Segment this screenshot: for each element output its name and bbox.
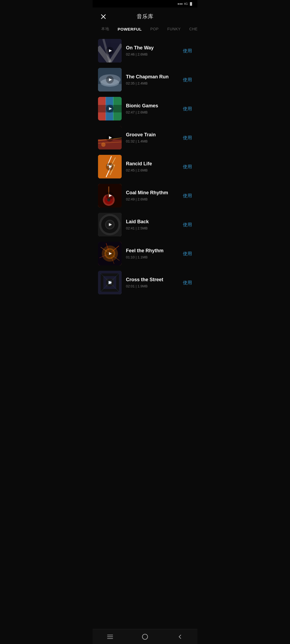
play-icon — [106, 104, 114, 113]
track-meta: 02:41 | 2.5MB — [126, 226, 179, 230]
page-title: 音乐库 — [137, 13, 154, 20]
use-button[interactable]: 使用 — [183, 192, 192, 200]
nav-home-button[interactable] — [137, 631, 153, 642]
track-info: Bionic Games 02:47 | 2.6MB — [126, 103, 179, 114]
music-item[interactable]: Groove Train 01:32 | 1.4MB 使用 — [93, 123, 197, 152]
track-thumbnail — [98, 126, 122, 149]
music-item[interactable]: Feel the Rhythm 01:10 | 1.1MB 使用 — [93, 239, 197, 268]
tab-cheer[interactable]: CHEER — [185, 25, 197, 33]
track-meta: 02:49 | 2.6MB — [126, 197, 179, 201]
track-info: Groove Train 01:32 | 1.4MB — [126, 132, 179, 143]
tab-funky[interactable]: FUNKY — [163, 25, 185, 33]
nav-menu-button[interactable] — [102, 631, 118, 642]
tab-powerful[interactable]: POWERFUL — [113, 25, 146, 33]
use-button[interactable]: 使用 — [183, 47, 192, 55]
track-thumbnail — [98, 213, 122, 236]
track-thumbnail — [98, 184, 122, 207]
play-icon — [106, 191, 114, 200]
track-title: Groove Train — [126, 132, 179, 138]
tabs-row: 本地 POWERFUL POP FUNKY CHEER — [93, 23, 197, 36]
play-icon — [106, 249, 114, 258]
track-info: Laid Back 02:41 | 2.5MB — [126, 219, 179, 230]
track-meta: 02:35 | 2.4MB — [126, 81, 179, 85]
track-title: The Chapman Run — [126, 74, 179, 80]
status-icons: ●●● 4G ▐▌ — [177, 2, 193, 5]
track-info: Cross the Street 02:01 | 1.9MB — [126, 277, 179, 288]
music-list: On The Way 02:46 | 2.6MB 使用 The Chapman … — [93, 36, 197, 316]
use-button[interactable]: 使用 — [183, 221, 192, 229]
track-thumbnail — [98, 271, 122, 294]
music-item[interactable]: On The Way 02:46 | 2.6MB 使用 — [93, 36, 197, 65]
use-button[interactable]: 使用 — [183, 250, 192, 258]
play-icon — [106, 46, 114, 55]
track-info: Rancid Life 02:45 | 2.6MB — [126, 161, 179, 172]
track-info: The Chapman Run 02:35 | 2.4MB — [126, 74, 179, 85]
track-thumbnail — [98, 242, 122, 265]
track-meta: 02:01 | 1.9MB — [126, 284, 179, 288]
track-thumbnail — [98, 39, 122, 63]
use-button[interactable]: 使用 — [183, 163, 192, 171]
use-button[interactable]: 使用 — [183, 105, 192, 113]
music-item[interactable]: The Chapman Run 02:35 | 2.4MB 使用 — [93, 65, 197, 94]
music-item[interactable]: Cross the Street 02:01 | 1.9MB 使用 — [93, 268, 197, 297]
track-info: Coal Mine Rhythm 02:49 | 2.6MB — [126, 190, 179, 201]
track-title: Feel the Rhythm — [126, 248, 179, 254]
track-meta: 02:47 | 2.6MB — [126, 110, 179, 114]
track-title: Laid Back — [126, 219, 179, 225]
use-button[interactable]: 使用 — [183, 134, 192, 142]
track-thumbnail — [98, 155, 122, 178]
track-title: Bionic Games — [126, 103, 179, 109]
track-title: Cross the Street — [126, 277, 179, 283]
use-button[interactable]: 使用 — [183, 279, 192, 287]
close-button[interactable] — [99, 12, 108, 21]
nav-back-button[interactable] — [172, 631, 188, 642]
track-info: Feel the Rhythm 01:10 | 1.1MB — [126, 248, 179, 259]
play-icon — [106, 278, 114, 287]
music-item[interactable]: Laid Back 02:41 | 2.5MB 使用 — [93, 210, 197, 239]
header: 音乐库 — [93, 8, 197, 23]
svg-point-73 — [142, 634, 148, 639]
status-bar: ●●● 4G ▐▌ — [93, 0, 197, 8]
tab-local[interactable]: 本地 — [97, 25, 113, 33]
track-thumbnail — [98, 97, 122, 120]
use-button[interactable]: 使用 — [183, 76, 192, 84]
tab-pop[interactable]: POP — [146, 25, 163, 33]
track-info: On The Way 02:46 | 2.6MB — [126, 45, 179, 56]
track-title: Coal Mine Rhythm — [126, 190, 179, 196]
music-item[interactable]: Bionic Games 02:47 | 2.6MB 使用 — [93, 94, 197, 123]
track-meta: 02:46 | 2.6MB — [126, 52, 179, 56]
bottom-nav — [93, 629, 197, 644]
music-item[interactable]: Coal Mine Rhythm 02:49 | 2.6MB 使用 — [93, 181, 197, 210]
track-meta: 01:10 | 1.1MB — [126, 255, 179, 259]
svg-rect-11 — [98, 84, 122, 92]
track-thumbnail — [98, 68, 122, 92]
play-icon — [106, 75, 114, 84]
svg-point-25 — [101, 142, 106, 147]
track-title: Rancid Life — [126, 161, 179, 167]
play-icon — [106, 220, 114, 229]
play-icon — [106, 162, 114, 171]
track-title: On The Way — [126, 45, 179, 51]
music-item[interactable]: Rancid Life 02:45 | 2.6MB 使用 — [93, 152, 197, 181]
play-icon — [106, 133, 114, 142]
track-meta: 02:45 | 2.6MB — [126, 168, 179, 172]
track-meta: 01:32 | 1.4MB — [126, 139, 179, 143]
